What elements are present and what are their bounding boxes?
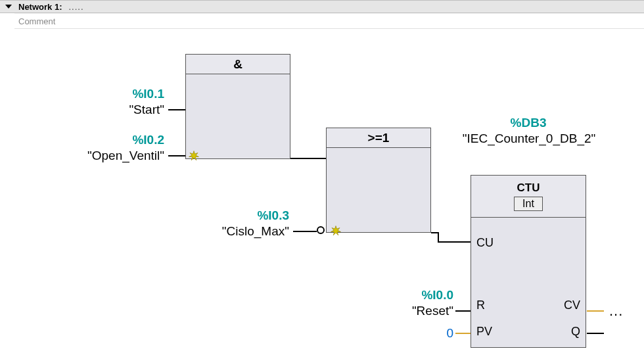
wire-pv <box>455 333 471 334</box>
ctu-pin-q: Q <box>571 325 580 339</box>
and-block-header: & <box>186 55 290 74</box>
svg-marker-0 <box>189 151 199 160</box>
ctu-instance-sym: "IEC_Counter_0_DB_2" <box>460 132 598 146</box>
ctu-pin-cv: CV <box>564 299 580 312</box>
cislo-max-addr: %I0.3 <box>204 208 289 223</box>
ctu-block-header: CTU Int <box>471 176 586 218</box>
network-title-suffix: ..... <box>68 2 83 12</box>
start-sym: "Start" <box>85 103 164 117</box>
ctu-title: CTU <box>517 181 540 195</box>
ctu-pin-cu: CU <box>476 236 494 250</box>
network-title: Network 1: <box>18 2 62 12</box>
wire-start <box>168 109 185 110</box>
wire-and-to-or <box>290 158 326 159</box>
negation-icon-cislo-max <box>317 226 325 234</box>
wire-cislo-max <box>293 231 317 232</box>
svg-marker-1 <box>331 226 341 235</box>
wire-q-out <box>587 333 604 334</box>
reset-sym: "Reset" <box>368 304 453 318</box>
or-block[interactable]: >=1 <box>326 128 431 233</box>
or-block-header: >=1 <box>327 128 430 148</box>
burst-icon-open-ventil <box>188 150 200 162</box>
burst-icon-cislo-max <box>330 225 342 237</box>
ctu-pin-r: R <box>476 299 485 312</box>
open-ventil-addr: %I0.2 <box>66 133 164 147</box>
reset-addr: %I0.0 <box>368 288 453 302</box>
start-addr: %I0.1 <box>85 87 164 101</box>
ctu-instance-addr: %DB3 <box>471 116 586 130</box>
wire-to-cu <box>438 241 471 243</box>
fbd-canvas[interactable]: & >=1 CTU Int CU R PV CV Q %DB3 "IEC_Cou… <box>0 29 644 359</box>
wire-or-out-h <box>431 232 438 233</box>
pv-constant: 0 <box>421 326 453 341</box>
wire-open-ventil <box>168 155 185 156</box>
collapse-chevron-icon[interactable] <box>5 5 12 9</box>
network-header[interactable]: Network 1: ..... <box>0 0 644 13</box>
and-block[interactable]: & <box>185 54 290 159</box>
wire-reset <box>455 310 471 312</box>
cv-ellipsis: ... <box>609 302 623 320</box>
wire-cv-out <box>587 310 604 312</box>
ctu-pin-pv: PV <box>476 325 492 339</box>
open-ventil-sym: "Open_Ventil" <box>66 149 164 163</box>
ctu-datatype: Int <box>514 197 543 211</box>
ctu-block[interactable]: CTU Int CU R PV CV Q <box>471 175 586 348</box>
cislo-max-sym: "Cislo_Max" <box>204 224 289 239</box>
network-comment[interactable]: Comment <box>14 13 644 29</box>
